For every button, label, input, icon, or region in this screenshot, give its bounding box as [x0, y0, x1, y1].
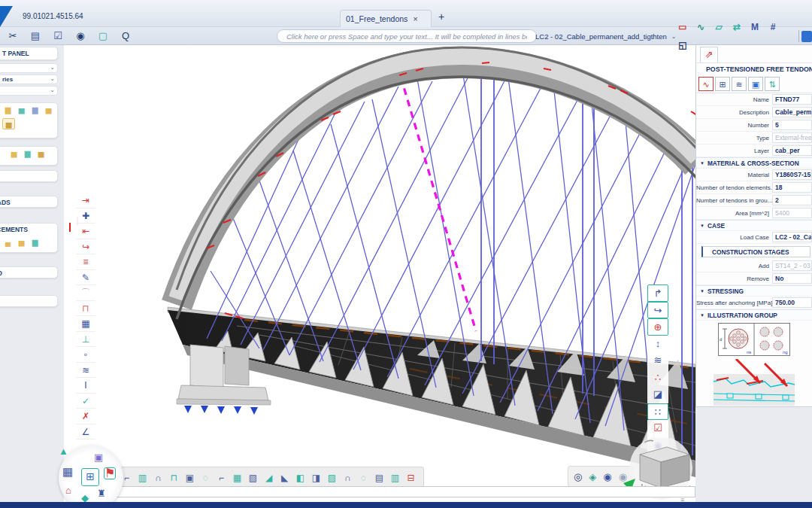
workstation-dropdown[interactable]: ⌄: [0, 63, 58, 73]
building-icon[interactable]: ▦: [62, 465, 73, 479]
rotate-left-icon[interactable]: ∩: [341, 473, 354, 483]
chart-load-icon[interactable]: ▅: [2, 118, 15, 129]
surface-bottom-icon[interactable]: ◣: [278, 473, 291, 483]
property-value[interactable]: 5: [772, 120, 812, 130]
mass-icon[interactable]: ▅: [8, 148, 20, 158]
text-cursor-icon[interactable]: I: [76, 378, 95, 394]
property-value[interactable]: FTND77: [772, 94, 812, 105]
modeling-cube-icon[interactable]: ▣: [94, 452, 103, 463]
visibility-eye-icon[interactable]: ◉: [69, 27, 92, 45]
tags-dropdown[interactable]: ⌄: [0, 86, 58, 96]
point-load-icon[interactable]: ▅: [43, 105, 54, 114]
selection-box-icon[interactable]: ▫: [76, 347, 95, 363]
zoom-selection-icon[interactable]: ◎: [574, 471, 582, 482]
spectrum-icon[interactable]: ▅: [35, 148, 47, 158]
load-type-icon[interactable]: ▆: [2, 105, 14, 114]
snap-lock-icon[interactable]: #: [764, 18, 782, 36]
layers-icon[interactable]: ≋: [76, 363, 95, 379]
property-value[interactable]: ST14_2 - 03_: [772, 260, 812, 271]
section-material[interactable]: ▼ MATERIAL & CROSS-SECTION: [696, 157, 812, 169]
model-check-icon[interactable]: ☑: [47, 27, 69, 45]
section-stressing[interactable]: ▼ STRESSING: [696, 285, 812, 297]
zoom-window-icon[interactable]: ▣: [183, 473, 196, 483]
hatch-toggle-icon[interactable]: ▨: [326, 473, 338, 483]
delete-icon[interactable]: ✗: [76, 409, 95, 424]
layers-icon[interactable]: ≋: [732, 77, 747, 91]
layer-visibility-icon[interactable]: ◉: [603, 471, 611, 482]
surface-displacement-icon[interactable]: ▅: [16, 237, 27, 247]
tendon-icon[interactable]: ∿: [698, 77, 714, 91]
tent-icon[interactable]: ▲: [59, 446, 68, 457]
portal-frame-icon[interactable]: ⊓: [76, 301, 95, 317]
house-icon[interactable]: ⌂: [65, 485, 71, 496]
property-value[interactable]: 5400: [772, 208, 812, 218]
checkbox-icon[interactable]: ☑: [647, 420, 668, 437]
orbit-icon[interactable]: ∩: [152, 473, 165, 483]
help-search-icon[interactable]: Q: [114, 27, 137, 45]
layer-b-icon[interactable]: ▥: [389, 473, 401, 483]
section-x-icon[interactable]: ◧: [294, 473, 307, 483]
property-value[interactable]: External-free: [772, 132, 812, 143]
partial-blue-icon[interactable]: [801, 31, 812, 42]
categories-dropdown[interactable]: ries ⌄: [0, 75, 58, 84]
surface-top-icon[interactable]: ◢: [262, 473, 275, 483]
rotate-right-icon[interactable]: ◌: [357, 473, 370, 483]
print-view-icon[interactable]: ⊟: [404, 473, 417, 483]
numbering-icon[interactable]: ⇅: [765, 77, 780, 91]
support-icon[interactable]: ⊥: [76, 332, 95, 348]
render-solid-icon[interactable]: ▦: [231, 473, 244, 483]
document-tab[interactable]: 01_Free_tendons ×: [340, 10, 432, 27]
plate-icon[interactable]: ▦: [76, 316, 95, 332]
bench-icon[interactable]: ♜: [97, 488, 106, 499]
section-y-icon[interactable]: ◨: [310, 473, 323, 483]
tendon-curve-icon[interactable]: ↪: [647, 302, 668, 319]
surface-load-icon[interactable]: ▅: [16, 105, 27, 114]
print-icon[interactable]: ▤: [24, 27, 47, 45]
command-line-input[interactable]: [109, 486, 695, 497]
line-displacement-icon[interactable]: ▄: [2, 237, 14, 247]
expand-window-icon[interactable]: ◱: [674, 36, 692, 54]
dimension-icon[interactable]: ∠: [76, 424, 95, 440]
radial-menu-widget[interactable]: ▣ ▦ ⚑ ⌂ ◆ ♜ ▲ ⊞: [59, 446, 123, 508]
cut-icon[interactable]: ✂: [2, 27, 24, 45]
plate-edge-icon[interactable]: ◪: [647, 386, 668, 403]
pan-icon[interactable]: ⊓: [168, 473, 180, 483]
property-value[interactable]: No: [772, 273, 812, 284]
section-illustration[interactable]: ▼ ILLUSTRATION GROUP: [696, 309, 812, 321]
move-lock-icon[interactable]: M: [746, 18, 764, 36]
clipping-box-icon[interactable]: ◈: [589, 471, 596, 482]
line-load-icon[interactable]: ▆: [29, 105, 41, 114]
center-grid-icon[interactable]: ⊞: [81, 468, 99, 486]
grid-points-icon[interactable]: ∷: [647, 403, 668, 421]
node-labels-icon[interactable]: ▥: [136, 473, 149, 483]
accept-icon[interactable]: ✓: [76, 394, 95, 409]
add-member-icon[interactable]: ✚: [76, 208, 95, 224]
previous-view-icon[interactable]: ⌐: [215, 473, 228, 483]
section-case[interactable]: ▼ CASE: [696, 220, 812, 231]
property-value[interactable]: 2: [772, 195, 812, 205]
wave-displacement-icon[interactable]: ▆: [29, 237, 41, 247]
property-value[interactable]: 18: [772, 182, 812, 193]
layers-stack-icon[interactable]: ≋: [647, 352, 668, 370]
paint-icon[interactable]: ✎: [76, 270, 95, 286]
property-value[interactable]: Cable_perma: [772, 107, 812, 117]
tab-close-icon[interactable]: ×: [413, 14, 417, 23]
new-tab-button[interactable]: +: [438, 11, 444, 23]
model-3d-viewport[interactable]: ⇥✚⇤↪≡✎⌒⊓▦⊥▫≋I✓✗∠ ↱↪⊕↕≋∴◪∷☑◉ ⌐▥∩⊓▣◌⌐▦▧◢◣◧…: [64, 45, 695, 503]
search-input[interactable]: Click here or press Space and type your …: [277, 29, 537, 43]
property-value[interactable]: 750.00: [772, 297, 812, 308]
render-wire-icon[interactable]: ▧: [247, 473, 259, 483]
zoom-out-icon[interactable]: ◌: [199, 473, 212, 483]
property-value[interactable]: cab_per: [772, 145, 812, 156]
ruler-icon[interactable]: ▱: [710, 18, 728, 36]
solid-box-icon[interactable]: ▣: [748, 77, 763, 91]
node-snap-icon[interactable]: ∴: [647, 370, 668, 387]
selection-rectangle-icon[interactable]: ▭: [674, 18, 692, 36]
move-node-icon[interactable]: ⇥: [76, 193, 95, 208]
structure-icon[interactable]: ⊞: [715, 77, 730, 91]
activity-cursor-icon[interactable]: ∿: [692, 18, 710, 36]
sync-icon[interactable]: ⇄: [728, 18, 746, 36]
layer-a-icon[interactable]: ▤: [373, 473, 386, 483]
anchor-point-icon[interactable]: ⊕: [647, 318, 668, 336]
bridge-3d-view[interactable]: [64, 45, 695, 503]
